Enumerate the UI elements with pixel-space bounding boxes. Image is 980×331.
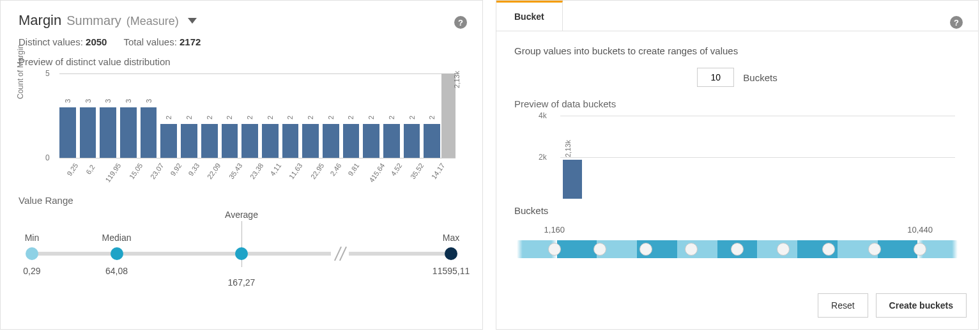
max-value: 11595,11 [433, 266, 470, 276]
bucket-bar-0-label: 2,13k [564, 140, 572, 157]
bar: 2 [343, 124, 360, 158]
reset-button[interactable]: Reset [818, 293, 868, 318]
overflow-label: 2,13k [453, 71, 461, 88]
help-icon[interactable]: ? [950, 16, 963, 29]
field-name: Margin [19, 12, 61, 29]
bar-value-label: 2 [388, 116, 395, 119]
chevron-down-icon[interactable] [188, 18, 197, 24]
bar: 2 [201, 124, 218, 158]
bucket-handle[interactable] [731, 243, 744, 256]
action-buttons: Reset Create buckets [818, 293, 967, 318]
summary-panel: ? Margin Summary (Measure) Distinct valu… [0, 0, 483, 330]
range-slider[interactable]: Average Min 0,29 Median 64,08 167,27 Max… [19, 229, 464, 280]
range-title: Value Range [19, 195, 464, 206]
preview-buckets-label: Preview of data buckets [514, 98, 960, 116]
bar: 3 [141, 107, 157, 158]
bucket-handle[interactable] [868, 243, 881, 256]
bar: 3 [100, 107, 116, 158]
bar: 3 [120, 107, 137, 158]
tab-bucket[interactable]: Bucket [496, 1, 563, 31]
slider-high-label: 10,440 [907, 225, 933, 235]
bar: 2 [222, 124, 238, 158]
bar: 2 [424, 124, 440, 158]
min-knob[interactable] [26, 247, 38, 260]
y-tick-4k: 4k [539, 111, 547, 120]
bar: 2 [160, 124, 177, 158]
bar: 2 [383, 124, 400, 158]
bar-value-label: 3 [145, 99, 153, 103]
plot-area: 5 0 3333322222222222222 2,13k [59, 73, 456, 158]
max-knob[interactable] [445, 247, 457, 260]
bar-value-label: 2 [428, 116, 436, 119]
y-tick-2k: 2k [539, 153, 547, 162]
bar: 2 [181, 124, 197, 158]
bar: 2 [282, 124, 299, 158]
create-buckets-button[interactable]: Create buckets [876, 293, 967, 318]
buckets-word: Buckets [743, 72, 777, 83]
bar: 3 [80, 107, 96, 158]
bar-value-label: 2 [266, 116, 274, 119]
max-label: Max [443, 233, 459, 243]
bar: 2 [363, 124, 379, 158]
bucket-count-input[interactable] [697, 68, 734, 87]
bucket-handle[interactable] [593, 243, 606, 256]
bar-value-label: 2 [286, 116, 294, 119]
bar: 2 [241, 124, 258, 158]
bar-value-label: 2 [246, 116, 254, 119]
total-label: Total values: [123, 36, 176, 47]
bar-value-label: 3 [84, 99, 92, 103]
average-label: Average [225, 210, 258, 220]
median-knob[interactable] [111, 247, 123, 260]
bucket-count-row: Buckets [514, 68, 960, 87]
help-icon[interactable]: ? [454, 16, 467, 29]
bucket-description: Group values into buckets to create rang… [514, 45, 960, 56]
bar-value-label: 3 [125, 99, 132, 103]
bucket-handle[interactable] [639, 243, 652, 256]
bar-value-label: 2 [185, 116, 193, 119]
average-value: 167,27 [228, 277, 256, 288]
bar-value-label: 3 [104, 99, 112, 103]
bar-value-label: 2 [206, 116, 213, 119]
min-label: Min [25, 233, 40, 243]
bar-value-label: 2 [367, 116, 375, 119]
median-value: 64,08 [105, 266, 128, 276]
distinct-value: 2050 [86, 36, 107, 47]
bucket-handle[interactable] [777, 243, 790, 256]
bar-value-label: 2 [408, 116, 416, 119]
average-knob[interactable] [235, 247, 248, 260]
bar: 2 [323, 124, 339, 158]
bucket-handle[interactable] [685, 243, 698, 256]
value-stats: Distinct values: 2050 Total values: 2172 [1, 34, 482, 56]
bar-value-label: 2 [165, 116, 172, 119]
median-label: Median [102, 233, 132, 243]
bar-value-label: 2 [327, 116, 335, 119]
y-axis-label: Count of Margin [16, 45, 25, 99]
slider-low-label: 1,160 [544, 225, 565, 235]
value-range: Value Range Average Min 0,29 Median 64,0… [1, 189, 482, 280]
bucket-chart: 4k 2k 2,13k [526, 116, 960, 199]
bucket-panel: ? Bucket Group values into buckets to cr… [496, 0, 979, 330]
bucket-handle[interactable] [914, 243, 926, 256]
bar-value-label: 2 [307, 116, 314, 119]
bar-value-label: 2 [226, 116, 233, 119]
measure-label: (Measure) [126, 15, 179, 28]
total-values: Total values: 2172 [123, 36, 201, 47]
bar: 2 [262, 124, 279, 158]
distribution-label: Preview of distinct value distribution [1, 56, 482, 73]
bar-value-label: 3 [64, 99, 72, 103]
tab-bar: Bucket [496, 1, 978, 31]
bucket-handle[interactable] [548, 243, 561, 256]
panel-header: Margin Summary (Measure) [1, 1, 482, 34]
bucket-bar-0 [563, 160, 582, 199]
bar: 2 [404, 124, 420, 158]
bar: 2 [302, 124, 319, 158]
min-value: 0,29 [23, 266, 40, 276]
distribution-chart: Count of Margin 5 0 3333322222222222222 … [13, 73, 475, 189]
bar: 3 [59, 107, 76, 158]
bar-value-label: 2 [347, 116, 355, 119]
bucket-slider[interactable]: 1,160 10,440 [514, 219, 960, 265]
distinct-label: Distinct values: [19, 36, 83, 47]
summary-label: Summary [66, 13, 121, 28]
bucket-handle[interactable] [822, 243, 835, 256]
buckets-axis-label: Buckets [514, 205, 978, 216]
